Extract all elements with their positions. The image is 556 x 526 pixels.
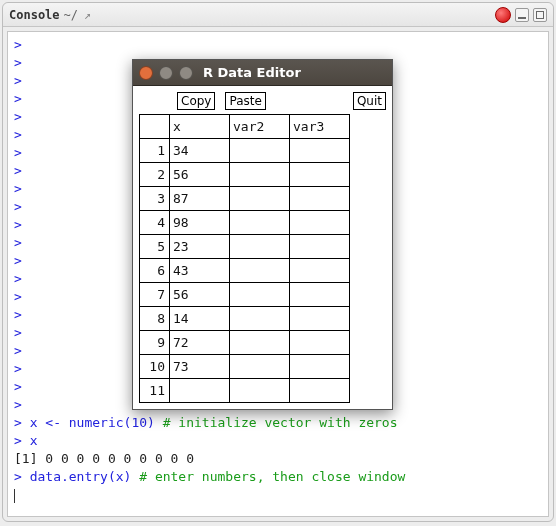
- table-row: 498: [140, 211, 350, 235]
- grid-cell[interactable]: 87: [170, 187, 230, 211]
- row-number[interactable]: 1: [140, 139, 170, 163]
- grid-cell[interactable]: 23: [170, 235, 230, 259]
- table-row: 256: [140, 163, 350, 187]
- grid-cell[interactable]: 98: [170, 211, 230, 235]
- close-icon[interactable]: [139, 66, 153, 80]
- console-title: Console: [9, 8, 60, 22]
- grid-cell[interactable]: [230, 211, 290, 235]
- grid-cell[interactable]: 72: [170, 331, 230, 355]
- minimize-icon[interactable]: [159, 66, 173, 80]
- grid-cell[interactable]: [230, 379, 290, 403]
- row-number[interactable]: 5: [140, 235, 170, 259]
- table-row: 134: [140, 139, 350, 163]
- grid-cell[interactable]: [290, 187, 350, 211]
- maximize-icon[interactable]: [179, 66, 193, 80]
- console-cursor-line[interactable]: [14, 486, 542, 504]
- grid-cell[interactable]: [290, 379, 350, 403]
- grid-cell[interactable]: [290, 355, 350, 379]
- row-number[interactable]: 8: [140, 307, 170, 331]
- console-line: [1] 0 0 0 0 0 0 0 0 0 0: [14, 450, 542, 468]
- console-line: > x <- numeric(10) # initialize vector w…: [14, 414, 542, 432]
- grid-cell[interactable]: [290, 259, 350, 283]
- table-row: 1073: [140, 355, 350, 379]
- popout-icon[interactable]: ↗: [84, 8, 91, 22]
- grid-cell[interactable]: [230, 283, 290, 307]
- row-number[interactable]: 7: [140, 283, 170, 307]
- console-path: ~/: [64, 8, 78, 22]
- row-number[interactable]: 9: [140, 331, 170, 355]
- column-header[interactable]: var2: [230, 115, 290, 139]
- stop-icon[interactable]: [495, 7, 511, 23]
- grid-cell[interactable]: [170, 379, 230, 403]
- grid-cell[interactable]: [290, 307, 350, 331]
- grid-cell[interactable]: [230, 187, 290, 211]
- grid-cell[interactable]: [290, 211, 350, 235]
- row-number[interactable]: 3: [140, 187, 170, 211]
- row-number[interactable]: 4: [140, 211, 170, 235]
- console-line: > x: [14, 432, 542, 450]
- minimize-pane-button[interactable]: [515, 8, 529, 22]
- column-header[interactable]: x: [170, 115, 230, 139]
- grid-cell[interactable]: 73: [170, 355, 230, 379]
- table-row: 387: [140, 187, 350, 211]
- editor-toolbar: Copy Paste Quit: [133, 86, 392, 114]
- grid-cell[interactable]: [290, 331, 350, 355]
- row-number[interactable]: 6: [140, 259, 170, 283]
- grid-cell[interactable]: [230, 163, 290, 187]
- grid-cell[interactable]: [290, 235, 350, 259]
- table-row: 523: [140, 235, 350, 259]
- grid-cell[interactable]: 56: [170, 163, 230, 187]
- console-panel: Console ~/ ↗ >>>>>>>>>>>>>>>>>>>>>> x <-…: [2, 2, 554, 522]
- grid-cell[interactable]: 14: [170, 307, 230, 331]
- console-line: > data.entry(x) # enter numbers, then cl…: [14, 468, 542, 486]
- table-row: 814: [140, 307, 350, 331]
- grid-cell[interactable]: [230, 331, 290, 355]
- grid-cell[interactable]: [230, 307, 290, 331]
- paste-button[interactable]: Paste: [225, 92, 265, 110]
- table-row: 756: [140, 283, 350, 307]
- grid-corner: [140, 115, 170, 139]
- table-row: 972: [140, 331, 350, 355]
- quit-button[interactable]: Quit: [353, 92, 386, 110]
- grid-cell[interactable]: [230, 259, 290, 283]
- grid-cell[interactable]: [230, 235, 290, 259]
- row-number[interactable]: 10: [140, 355, 170, 379]
- grid-cell[interactable]: [230, 355, 290, 379]
- grid-cell[interactable]: [230, 139, 290, 163]
- data-grid[interactable]: xvar2var31342563874985236437568149721073…: [139, 114, 350, 403]
- editor-titlebar[interactable]: R Data Editor: [133, 60, 392, 86]
- table-row: 643: [140, 259, 350, 283]
- r-data-editor-window[interactable]: R Data Editor Copy Paste Quit xvar2var31…: [132, 59, 393, 410]
- grid-cell[interactable]: 43: [170, 259, 230, 283]
- table-row: 11: [140, 379, 350, 403]
- console-header: Console ~/ ↗: [3, 3, 553, 27]
- console-line: >: [14, 36, 542, 54]
- row-number[interactable]: 11: [140, 379, 170, 403]
- editor-title: R Data Editor: [203, 65, 301, 80]
- grid-cell[interactable]: 34: [170, 139, 230, 163]
- column-header[interactable]: var3: [290, 115, 350, 139]
- row-number[interactable]: 2: [140, 163, 170, 187]
- maximize-pane-button[interactable]: [533, 8, 547, 22]
- grid-cell[interactable]: [290, 163, 350, 187]
- grid-cell[interactable]: 56: [170, 283, 230, 307]
- grid-cell[interactable]: [290, 283, 350, 307]
- grid-cell[interactable]: [290, 139, 350, 163]
- copy-button[interactable]: Copy: [177, 92, 215, 110]
